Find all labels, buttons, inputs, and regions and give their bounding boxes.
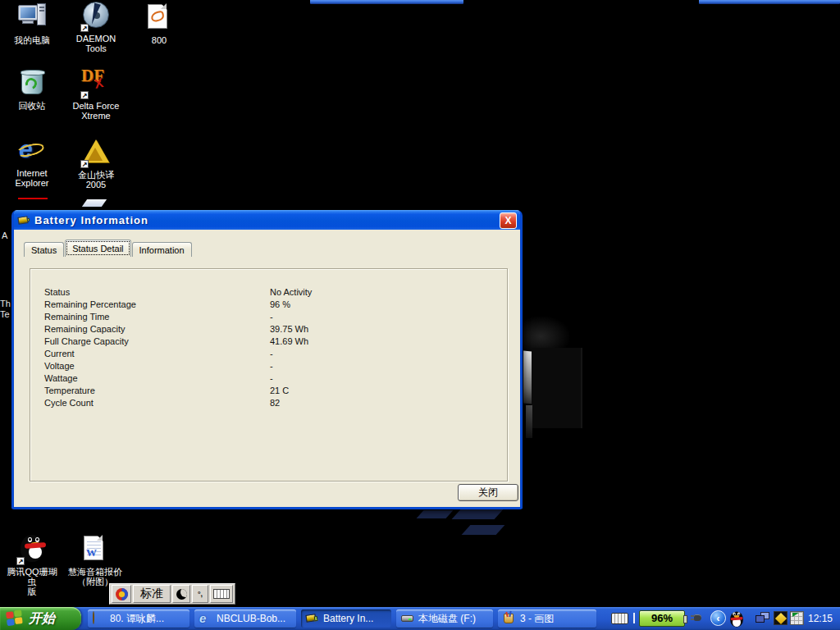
row-value: -	[270, 361, 487, 373]
tab-information[interactable]: Information	[132, 242, 192, 257]
row-value: -	[270, 349, 487, 361]
wallpaper-stripe	[452, 509, 504, 519]
desktop-icon-delta-force[interactable]: DFX↗ Delta Force Xtreme	[67, 69, 125, 121]
row-label: Voltage	[44, 361, 270, 373]
desktop-icon-kingsoft[interactable]: ↗ 金山快译 2005	[71, 138, 121, 189]
taskbar-button-label: NBCLUB-Bob...	[217, 613, 285, 624]
info-row-full-charge-capacity: Full Charge Capacity41.69 Wh	[44, 336, 487, 349]
disk-drive-icon	[401, 612, 414, 625]
hidden-icon-fragment: Te	[0, 309, 11, 319]
battery-monitor-tray-icon[interactable]	[790, 611, 804, 625]
ie-icon: e	[199, 612, 212, 625]
desktop-icon-label: 金山快译 2005	[71, 170, 121, 189]
shortcut-arrow-icon: ↗	[80, 24, 89, 32]
row-value: -	[270, 373, 487, 386]
ime-logo-icon[interactable]	[112, 585, 131, 603]
word-document-icon: W	[80, 535, 110, 564]
desktop-icon-label: 回收站	[8, 101, 56, 111]
desktop-icon-daemon-tools[interactable]: ↗ DAEMON Tools	[67, 2, 125, 53]
paint-icon	[503, 612, 516, 625]
daemon-tools-tray-icon[interactable]	[774, 611, 788, 625]
qq-penguin-icon: ↗	[17, 535, 47, 564]
row-label: Remaining Time	[44, 312, 270, 324]
my-computer-icon	[17, 3, 47, 33]
dialog-titlebar[interactable]: Battery Information X	[14, 210, 520, 230]
row-value: 21 C	[270, 386, 487, 398]
wallpaper-shape	[523, 350, 532, 404]
ime-punctuation-icon[interactable]: °,	[192, 585, 208, 603]
desktop-icon-label: 腾讯QQ珊瑚虫 版	[5, 567, 59, 596]
tray-separator	[633, 613, 635, 623]
hidden-icon-fragment: Th	[0, 299, 11, 308]
clock[interactable]: 12:15	[808, 613, 833, 624]
row-value: 82	[270, 398, 487, 410]
tray-collapse-icon[interactable]: ‹	[710, 610, 726, 626]
taskbar-button-nbclub[interactable]: e NBCLUB-Bob...	[194, 609, 296, 628]
taskbar-button-battery-info[interactable]: Battery In...	[301, 609, 391, 628]
close-icon[interactable]: X	[500, 212, 517, 229]
desktop-icon-huihai-doc[interactable]: W 慧海音箱报价 （附图）	[67, 535, 123, 587]
desktop-icon-recycle-bin[interactable]: 回收站	[8, 69, 56, 111]
ime-fullwidth-icon[interactable]	[172, 585, 190, 603]
start-button[interactable]: 开始	[0, 607, 81, 630]
partial-window-top-1	[310, 0, 463, 4]
dialog-title: Battery Information	[34, 214, 148, 226]
desktop-icon-label: Delta Force Xtreme	[67, 101, 125, 121]
battery-meter[interactable]: 96%	[639, 610, 685, 627]
desktop-icon-label: 我的电脑	[7, 35, 57, 45]
info-row-wattage: Wattage-	[44, 373, 487, 386]
wallpaper-shape	[532, 348, 582, 428]
wallpaper-stripe	[462, 525, 505, 535]
row-label: Remaining Capacity	[44, 324, 270, 336]
hidden-icon-fragment	[18, 198, 48, 199]
gold-disc-icon	[93, 612, 106, 625]
network-tray-icon[interactable]	[756, 612, 770, 624]
row-value: 41.69 Wh	[270, 336, 487, 349]
row-label: Status	[44, 287, 270, 299]
desktop-icon-my-computer[interactable]: 我的电脑	[7, 3, 57, 45]
row-label: Cycle Count	[44, 398, 270, 410]
wallpaper-stripe	[416, 510, 453, 518]
info-row-current: Current-	[44, 349, 487, 361]
row-value: -	[270, 312, 487, 324]
kingsoft-pyramid-icon: ↗	[81, 138, 111, 167]
close-button[interactable]: 关闭	[458, 484, 518, 501]
battery-information-dialog: Battery Information X Status Status Deta…	[11, 210, 523, 509]
ime-keyboard-icon[interactable]	[210, 585, 233, 603]
taskbar-button-music[interactable]: 80. 谭咏麟...	[88, 609, 189, 628]
shortcut-arrow-icon: ↗	[16, 557, 25, 565]
tab-status[interactable]: Status	[24, 242, 64, 257]
ac-plug-icon[interactable]	[691, 614, 704, 622]
battery-icon	[17, 214, 30, 226]
row-label: Full Charge Capacity	[44, 336, 270, 349]
row-value: 39.75 Wh	[270, 324, 487, 336]
input-method-keyboard-icon[interactable]	[611, 613, 628, 624]
taskbar-button-label: 3 - 画图	[520, 612, 554, 626]
taskbar-button-paint-group[interactable]: 3 - 画图	[498, 609, 596, 628]
row-label: Remaining Percentage	[44, 299, 270, 312]
row-value: No Activity	[270, 287, 487, 299]
battery-icon	[306, 612, 319, 625]
windows-logo-icon	[6, 609, 25, 628]
desktop-icon-internet-explorer[interactable]: e Internet Explorer	[7, 136, 57, 188]
wallpaper-shape	[526, 405, 532, 438]
taskbar-button-local-disk-f[interactable]: 本地磁盘 (F:)	[396, 609, 493, 628]
taskbar-button-label: 80. 谭咏麟...	[110, 612, 164, 626]
desktop-icon-qq[interactable]: ↗ 腾讯QQ珊瑚虫 版	[5, 535, 59, 596]
delta-force-icon: DFX↗	[81, 69, 111, 98]
shortcut-arrow-icon: ↗	[80, 91, 89, 99]
desktop-icon-800[interactable]: 800	[138, 3, 180, 45]
shortcut-arrow-icon: ↗	[80, 160, 89, 168]
status-detail-groupbox: StatusNo Activity Remaining Percentage96…	[30, 268, 508, 482]
ime-mode-button[interactable]: 标准	[133, 585, 171, 603]
row-value: 96 %	[270, 299, 487, 312]
row-label: Temperature	[44, 386, 270, 398]
tab-status-detail[interactable]: Status Detail	[65, 240, 130, 257]
document-icon	[144, 3, 174, 33]
info-row-temperature: Temperature21 C	[44, 386, 487, 398]
desktop-icon-label: Internet Explorer	[7, 168, 57, 188]
row-label: Current	[44, 349, 270, 361]
qq-tray-icon[interactable]	[729, 610, 744, 628]
start-label: 开始	[29, 610, 55, 628]
info-row-status: StatusNo Activity	[44, 287, 487, 299]
